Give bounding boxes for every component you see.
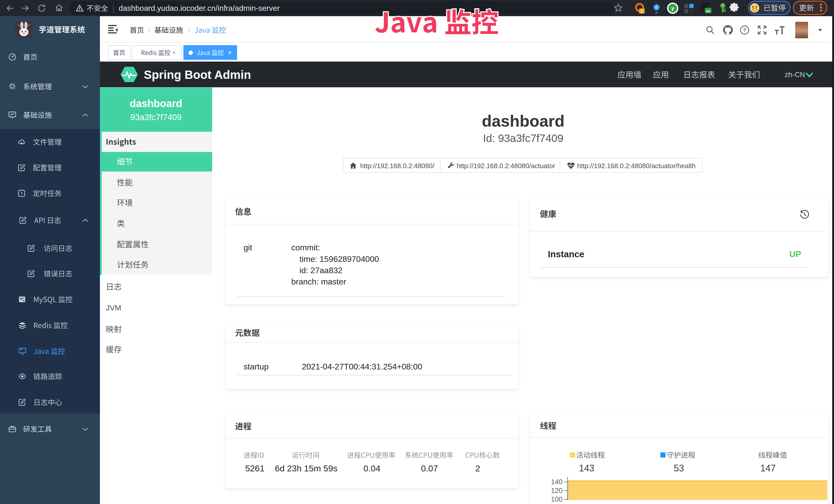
svg-text:on: on	[706, 9, 710, 13]
svg-text:y: y	[671, 5, 674, 11]
svg-text:1: 1	[641, 9, 643, 13]
svg-text:?: ?	[743, 27, 746, 33]
